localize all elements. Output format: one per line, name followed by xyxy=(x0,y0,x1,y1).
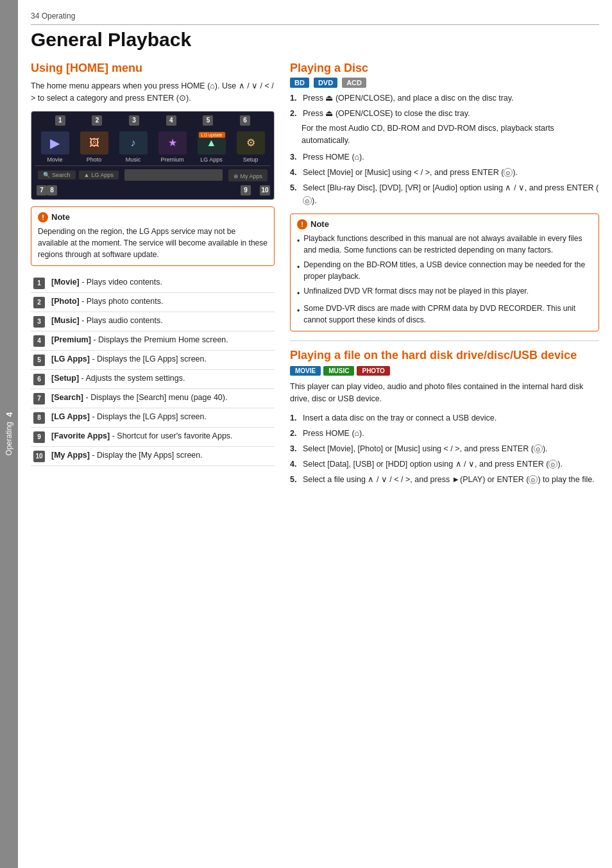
item-num-8: 8 xyxy=(33,412,45,424)
label-1: 1 xyxy=(55,115,65,126)
table-row: 1 [Movie] - Plays video contents. xyxy=(31,274,275,293)
icon-setup: ⚙ Setup xyxy=(237,131,265,163)
icon-photo: 🖼 Photo xyxy=(80,131,108,163)
section-divider xyxy=(290,340,599,341)
hdd-steps-list: 1. Insert a data disc on the tray or con… xyxy=(290,412,599,486)
label-4: 4 xyxy=(166,115,176,126)
icon-music: ♪ Music xyxy=(119,131,148,163)
main-content: 34 Operating General Playback Using [HOM… xyxy=(18,0,612,868)
item-num-3: 3 xyxy=(33,316,45,328)
note-box-disc: ! Note • Playback functions described in… xyxy=(290,213,599,331)
note-bullet-1: • Playback functions described in this m… xyxy=(297,233,592,256)
label-5: 5 xyxy=(203,115,213,126)
note-bullet-3: • Unfinalized DVD VR format discs may no… xyxy=(297,285,592,299)
format-dvd: DVD xyxy=(314,78,337,88)
note-header-left: ! Note xyxy=(38,212,268,222)
hdd-intro: This player can play video, audio and ph… xyxy=(290,381,599,405)
table-row: 2 [Photo] - Plays photo contents. xyxy=(31,292,275,312)
table-row: 4 [Premium] - Displays the Premium Home … xyxy=(31,331,275,350)
format-acd: ACD xyxy=(342,78,366,88)
side-tab-label: Operating xyxy=(4,422,13,456)
left-column: Using [HOME] menu The home menu appears … xyxy=(31,62,275,855)
hdd-step-1: 1. Insert a data disc on the tray or con… xyxy=(290,412,599,424)
disc-step-4: 4. Select [Movie] or [Music] using < / >… xyxy=(290,166,599,179)
item-num-2: 2 xyxy=(33,297,45,308)
format-movie: MOVIE xyxy=(290,366,321,376)
top-bar: 34 Operating xyxy=(31,12,599,25)
table-row: 3 [Music] - Plays audio contents. xyxy=(31,312,275,331)
table-row: 9 [Favorite Apps] - Shortcut for user's … xyxy=(31,427,275,446)
note-icon-disc: ! xyxy=(297,219,307,230)
myapps-btn: ⊕ My Apps xyxy=(228,169,268,181)
intro-text: The home menu appears when you press HOM… xyxy=(31,80,275,104)
label-6: 6 xyxy=(240,115,250,126)
icon-lgapps: ▲ LG update LG Apps xyxy=(198,131,226,163)
item-num-9: 9 xyxy=(33,431,45,443)
note-icon-left: ! xyxy=(38,212,48,222)
item-num-1: 1 xyxy=(33,278,45,289)
disc-step-2-note: For the most Audio CD, BD-ROM and DVD-RO… xyxy=(290,122,599,147)
table-row: 7 [Search] - Displays the [Search] menu … xyxy=(31,388,275,408)
format-bd: BD xyxy=(290,78,309,88)
note-box-left: ! Note Depending on the region, the LG A… xyxy=(31,206,275,266)
table-row: 5 [LG Apps] - Displays the [LG Apps] scr… xyxy=(31,350,275,369)
table-row: 10 [My Apps] - Display the [My Apps] scr… xyxy=(31,446,275,465)
item-num-5: 5 xyxy=(33,355,45,366)
screen-icons-row: ▶ Movie 🖼 Photo ♪ xyxy=(35,128,270,165)
item-num-6: 6 xyxy=(33,374,45,385)
update-badge: LG update xyxy=(199,132,225,138)
icon-movie: ▶ Movie xyxy=(41,131,69,163)
disc-step-1: 1. Press ⏏ (OPEN/CLOSE), and place a dis… xyxy=(290,92,599,104)
section-title-playing-disc: Playing a Disc xyxy=(290,62,599,75)
disc-steps-list: 1. Press ⏏ (OPEN/CLOSE), and place a dis… xyxy=(290,92,599,207)
table-row: 8 [LG Apps] - Displays the [LG Apps] scr… xyxy=(31,408,275,427)
format-music: MUSIC xyxy=(323,366,354,376)
item-num-7: 7 xyxy=(33,393,45,405)
section-title-hdd: Playing a file on the hard disk drive/di… xyxy=(290,349,599,363)
note-bullet-4: • Some DVD-VR discs are made with CPRM d… xyxy=(297,303,592,326)
hdd-step-3: 3. Select [Movie], [Photo] or [Music] us… xyxy=(290,442,599,455)
format-photo: PHOTO xyxy=(357,366,389,376)
hdd-step-4: 4. Select [Data], [USB] or [HDD] option … xyxy=(290,458,599,471)
note-text-left: Depending on the region, the LG Apps ser… xyxy=(38,226,268,260)
label-10: 10 xyxy=(260,185,270,196)
page-title: General Playback xyxy=(31,29,599,50)
label-9: 9 xyxy=(241,185,251,196)
item-num-4: 4 xyxy=(33,335,45,347)
label-7: 7 xyxy=(37,185,47,196)
note-bullet-2: • Depending on the BD-ROM titles, a USB … xyxy=(297,259,592,282)
hdd-step-2: 2. Press HOME (⌂). xyxy=(290,427,599,440)
disc-format-badges: BD DVD ACD xyxy=(290,78,599,88)
side-tab: 4 Operating xyxy=(0,0,18,868)
hdd-step-5: 5. Select a file using ∧ / ∨ / < / >, an… xyxy=(290,473,599,486)
icon-premium: ★ Premium xyxy=(158,131,187,163)
note-header-text-disc: Note xyxy=(310,219,329,229)
right-column: Playing a Disc BD DVD ACD 1. Press ⏏ (OP… xyxy=(290,62,599,855)
item-num-10: 10 xyxy=(33,451,45,462)
note-header-disc: ! Note xyxy=(297,219,592,230)
search-bar xyxy=(124,169,223,181)
table-row: 6 [Setup] - Adjusts the system settings. xyxy=(31,369,275,388)
side-tab-number: 4 xyxy=(4,412,14,417)
search-btn: 🔍 Search xyxy=(38,171,76,179)
items-table: 1 [Movie] - Plays video contents. 2 [Pho… xyxy=(31,274,275,466)
label-2: 2 xyxy=(92,115,102,126)
label-3: 3 xyxy=(129,115,139,126)
hdd-format-badges: MOVIE MUSIC PHOTO xyxy=(290,366,599,376)
two-column-layout: Using [HOME] menu The home menu appears … xyxy=(31,62,599,855)
label-8: 8 xyxy=(47,185,57,196)
bottom-row: 🔍 Search ▲ LG Apps ⊕ My Apps xyxy=(35,165,270,183)
home-screenshot: 1 2 3 4 5 6 ▶ Movie xyxy=(31,111,275,200)
disc-step-5: 5. Select [Blu-ray Disc], [DVD], [VR] or… xyxy=(290,181,599,207)
note-header-text-left: Note xyxy=(51,212,70,222)
page-container: 4 Operating 34 Operating General Playbac… xyxy=(0,0,612,868)
disc-step-2: 2. Press ⏏ (OPEN/CLOSE) to close the dis… xyxy=(290,107,599,120)
lgapps-btn: ▲ LG Apps xyxy=(79,171,119,179)
section-title-home-menu: Using [HOME] menu xyxy=(31,62,275,75)
disc-step-3: 3. Press HOME (⌂). xyxy=(290,151,599,163)
